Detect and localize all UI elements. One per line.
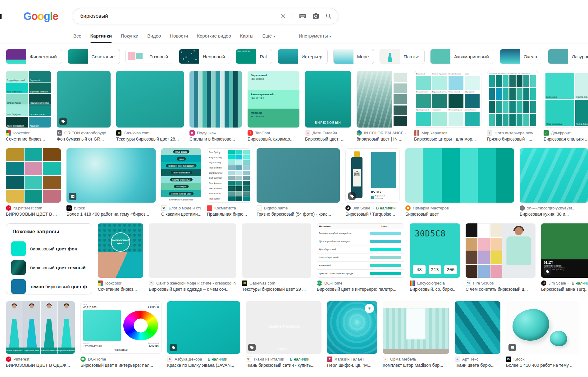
result-title[interactable]: Комплект штор Madison бир...: [383, 363, 449, 368]
result-source[interactable]: lookcolor: [105, 281, 121, 285]
result-image[interactable]: бледно-бирюзовыйбирюзовыйярко-бирюзовыйб…: [6, 71, 51, 128]
image-badge-icon[interactable]: [508, 344, 516, 351]
image-result[interactable]: НазваниеЦветБирюзово-голубой, или крайол…: [317, 223, 404, 292]
result-title[interactable]: Бирюзовая спальня ...: [544, 137, 588, 141]
result-title[interactable]: Грязно бирюзовый - ...: [487, 137, 538, 141]
image-result[interactable]: True SpringBright SpringLight SpringTrue…: [207, 148, 251, 217]
result-source[interactable]: iStock: [513, 357, 524, 361]
result-title[interactable]: Бирюзовый / Turquoise...: [345, 212, 400, 217]
image-result[interactable]: Gas-kvas.comТекстуры бирюзовый цвет 29 .…: [242, 223, 311, 292]
image-result[interactable]: ✿Ярмарка МастеровБирюзовый цвет: [405, 148, 514, 217]
filter-chip[interactable]: Интерьер: [278, 49, 328, 64]
image-result[interactable]: JIM SCALEBRUSH05.317БирюзовыйTurquoiseJJ…: [345, 148, 400, 217]
result-source[interactable]: Косметиста: [214, 206, 236, 210]
result-source[interactable]: Ткани из Италии: [253, 357, 284, 361]
result-source[interactable]: Фото интерьера new...: [495, 131, 536, 135]
search-input[interactable]: [80, 13, 280, 19]
result-image[interactable]: [405, 148, 514, 203]
result-image[interactable]: Яйца дроздаЦианТиффани (ярко-бирюзовый)Т…: [161, 148, 201, 203]
result-title[interactable]: Бирюзовые шторы - для мор...: [414, 137, 481, 141]
filter-chip[interactable]: Неоновый: [179, 49, 230, 64]
result-title[interactable]: Перл шифон, цв. "М...: [327, 363, 377, 368]
result-title[interactable]: Правильная бирю...: [207, 212, 251, 217]
tag-badge-icon[interactable]: [544, 268, 551, 275]
result-image[interactable]: БирюзовыйHEX 30D5C8АквамариновыйHEX 7FFF…: [248, 71, 299, 128]
filter-chip[interactable]: Лазурный: [548, 49, 588, 64]
tab-покупки[interactable]: Покупки: [121, 33, 138, 43]
result-title[interactable]: Бирюзовый цвет: ...: [305, 137, 351, 141]
image-result[interactable]: Pru.pinterest.comБИРЮЗОВЫЙ ЦВЕТ В ...: [6, 148, 61, 217]
image-result[interactable]: aАзбука Декора·В наличииКраска по шелку …: [167, 301, 240, 368]
filter-chip[interactable]: Аквамариновый: [430, 49, 494, 64]
result-source[interactable]: DG-Home: [324, 281, 343, 285]
image-result[interactable]: БирюзовыйСветло-бирюзовыйЯрко-БирюзовыйТ…: [544, 71, 588, 141]
result-title[interactable]: Бирюзовая кухня: 38 и...: [520, 212, 588, 217]
result-title[interactable]: Более 1 418 400 работ на тему «бирюз...: [66, 212, 156, 217]
result-image[interactable]: БИРЮЗОВЫЙ: [305, 71, 351, 128]
result-title[interactable]: Бирюзовый цвет: [405, 212, 514, 217]
result-image[interactable]: ТканиИзИталии.рфazdecor.ru: [246, 301, 321, 354]
result-title[interactable]: С какими цветами...: [161, 212, 201, 217]
result-image[interactable]: 30D5C848213200: [410, 223, 460, 278]
image-result[interactable]: пПодушка».Спальни в бирюзово...: [189, 71, 242, 141]
result-source[interactable]: iStock: [74, 206, 85, 210]
image-result[interactable]: светло-бирюзовыйбирюзовая водабирюзово-з…: [6, 301, 75, 368]
result-title[interactable]: Бирюзовый авиа Turq...: [541, 287, 588, 292]
image-result[interactable]: 01.174Turquoise CockpitБирюзовый авиа (Ж…: [541, 223, 588, 292]
filter-chip[interactable]: Море: [333, 49, 374, 64]
image-result[interactable]: Animated State Designs swatches for Cyan…: [487, 71, 538, 141]
image-result[interactable]: IN COLOR BALANCE -...бирюзовый цвет | IN…: [357, 71, 408, 141]
result-source[interactable]: TenChat: [255, 131, 270, 135]
result-title[interactable]: Ткань бирюзовый сатин - купить...: [246, 363, 321, 368]
image-result[interactable]: ✳тмагазин ТаланТПерл шифон, цв. "М...: [327, 301, 377, 368]
result-source[interactable]: lookcolor: [13, 131, 30, 135]
result-source[interactable]: Домфронт: [551, 131, 571, 135]
image-result[interactable]: Яйца дроздаЦианТиффани (ярко-бирюзовый)Т…: [161, 148, 201, 217]
search-bar[interactable]: [73, 8, 338, 24]
clear-search-icon[interactable]: [280, 13, 287, 20]
result-title[interactable]: Бирюзовый цвет в одежде – с чем соч...: [149, 287, 236, 292]
image-result[interactable]: БИРЮЗОВЫЙ ЦВЕТlookcolorСочетание бирюз..…: [98, 223, 143, 292]
result-image[interactable]: [167, 301, 240, 354]
result-title[interactable]: Грязно бирюзовый (54 фото) - крас...: [257, 212, 340, 217]
image-result[interactable]: RGB48,213,200HEX#30D5C8CMYK77%,0%,6%,8%Д…: [80, 301, 162, 368]
result-image[interactable]: [242, 223, 311, 278]
image-result[interactable]: ⌗Арт ТексТкани цвета бирю...: [455, 301, 500, 368]
result-image[interactable]: [189, 71, 242, 128]
result-source[interactable]: Подушка».: [197, 131, 217, 135]
result-title[interactable]: Ткани цвета бирю...: [455, 363, 500, 368]
image-result[interactable]: ◔xn----7sbcdrqroly2bya2et...Бирюзовая ку…: [520, 148, 588, 217]
result-image[interactable]: [383, 301, 449, 354]
filter-chip[interactable]: Платье: [380, 49, 425, 64]
result-image[interactable]: [257, 148, 340, 203]
tab-картинки[interactable]: Картинки: [90, 33, 112, 43]
image-result[interactable]: БИРЮЗОВЫЙ∞Дети ОнлайнБирюзовый цвет: ...: [305, 71, 351, 141]
result-title[interactable]: БИРЮЗОВЫЙ ЦВЕТ В ...: [6, 212, 61, 217]
result-source[interactable]: магазин ТаланТ: [335, 357, 364, 361]
tab-короткие видео[interactable]: Короткие видео: [197, 33, 231, 43]
tab-карты[interactable]: Карты: [240, 33, 253, 43]
result-title[interactable]: Краска по шелку Явана (JAVAN...: [167, 363, 240, 368]
lens-camera-icon[interactable]: [312, 13, 319, 20]
result-title[interactable]: С чем сочетать бирюзовый ц...: [466, 287, 536, 292]
result-source[interactable]: Ярмарка Мастеров: [413, 206, 449, 210]
related-search-item[interactable]: темно бирюзовый цвет фон: [6, 277, 92, 294]
result-image[interactable]: БирюзовыйСветло-бирюзовыйЯрко-БирюзовыйТ…: [544, 71, 588, 128]
image-result[interactable]: iSiStockБолее 1 418 400 работ на тему «б…: [66, 148, 156, 217]
result-image[interactable]: RGB48,213,200HEX#30D5C8CMYK77%,0%,6%,8%Д…: [80, 301, 162, 354]
result-title[interactable]: Текстуры бирюзовый цвет 29 ...: [242, 287, 311, 292]
keyboard-icon[interactable]: [299, 12, 306, 20]
result-source[interactable]: Bigfoto.name: [264, 206, 288, 210]
google-logo[interactable]: Google: [23, 10, 58, 22]
filter-chip[interactable]: Розовый: [125, 49, 173, 64]
result-source[interactable]: Дети Онлайн: [312, 131, 337, 135]
result-image[interactable]: True SpringBright SpringLight SpringTrue…: [207, 148, 251, 203]
image-result[interactable]: GGRIFON фотооборудо...Фон бумажный от GR…: [57, 71, 111, 141]
result-title[interactable]: БИРЮЗОВЫЙ ЦВЕТ В ОДЕЖ...: [6, 363, 75, 368]
result-title[interactable]: Бирюзовый цвет в интерьере: палитр...: [317, 287, 404, 292]
image-result[interactable]: БирюзовыйHEX 30D5C8АквамариновыйHEX 7FFF…: [248, 71, 299, 141]
result-image[interactable]: [506, 301, 579, 354]
result-image[interactable]: [357, 71, 408, 128]
image-result[interactable]: бледно-бирюзовыйбирюзовыйярко-бирюзовыйб…: [6, 71, 51, 141]
result-image[interactable]: БирюзовыйСветло-бирюзовыйГолубая бирюзаЦ…: [414, 71, 481, 128]
